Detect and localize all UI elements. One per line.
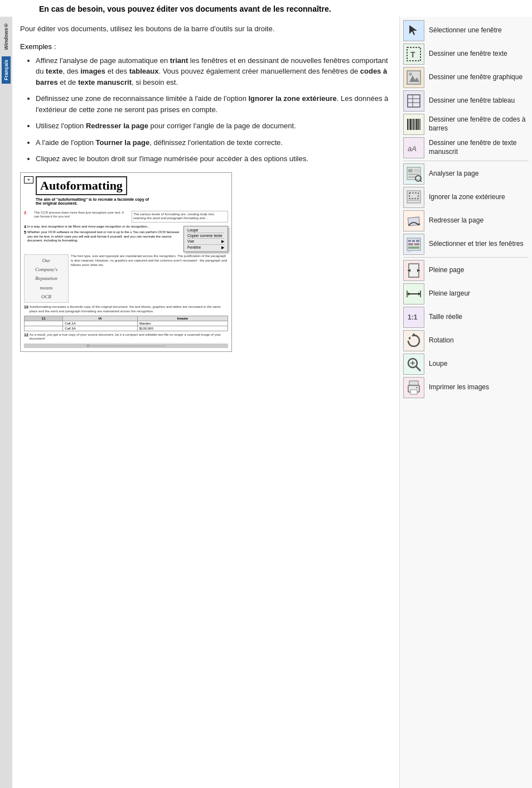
svg-text:1:1: 1:1 xyxy=(408,313,418,321)
svg-line-53 xyxy=(416,366,420,371)
barcode-label: Dessiner une fenêtre de codes à barres xyxy=(429,115,529,133)
menu-item-vue[interactable]: Vue▶ xyxy=(187,239,224,245)
svg-rect-36 xyxy=(414,243,419,245)
toolbar-item-actual-size: 1:1 Taille réelle xyxy=(403,306,529,329)
doc-table: 11 IA Inmate Cell 2A Warden Cell 3A xyxy=(24,316,228,331)
doc-preview: ✦ Autoformatting The aim of "autoformatt… xyxy=(20,172,232,352)
ignore-label: Ignorer la zone extérieure xyxy=(429,193,505,202)
header-bar: En cas de besoin, vous pouvez éditer vos… xyxy=(0,0,532,17)
toolbar-item-draw-graphic: Dessiner une fenêtre graphique xyxy=(403,66,529,89)
intro-text: Pour éditer vos documents, utilisez les … xyxy=(20,23,394,35)
list-item: Utilisez l'option Redresser la page pour… xyxy=(36,120,394,132)
analyze-label: Analyser la page xyxy=(429,170,478,178)
toolbar-item-rotation: Rotation xyxy=(403,329,529,352)
examples-label: Exemples : xyxy=(20,42,394,51)
menu-item-copy[interactable]: Copier comme texte xyxy=(187,233,224,239)
draw-table-icon[interactable] xyxy=(403,90,424,112)
toolbar-item-draw-table: Dessiner une fenêtre tableau xyxy=(403,89,529,113)
toolbar-item-print: Imprimer les images xyxy=(403,376,529,399)
toolbar-item-draw-text: T Dessiner une fenêtre texte xyxy=(403,42,529,66)
analyze-icon[interactable] xyxy=(403,163,424,185)
svg-rect-20 xyxy=(408,169,413,172)
svg-rect-58 xyxy=(410,390,417,394)
svg-rect-12 xyxy=(412,119,413,130)
menu-item-fenetre[interactable]: Fenêtre▶ xyxy=(187,245,224,250)
handwriting-icon[interactable]: aA xyxy=(403,137,424,158)
left-tabs: Windows® Français xyxy=(0,17,12,788)
actual-size-icon[interactable]: 1:1 xyxy=(403,307,424,328)
draw-text-label: Dessiner une fenêtre texte xyxy=(429,50,507,59)
loupe-label: Loupe xyxy=(429,360,447,369)
svg-text:aA: aA xyxy=(408,144,417,153)
svg-rect-33 xyxy=(412,240,415,242)
draw-table-label: Dessiner une fenêtre tableau xyxy=(429,96,515,105)
doc-preview-subtitle: The aim of "autoformatting" is to recrea… xyxy=(36,197,149,205)
full-page-label: Pleine page xyxy=(429,266,464,275)
page-wrapper: En cas de besoin, vous pouvez éditer vos… xyxy=(0,0,532,788)
rotation-label: Rotation xyxy=(429,336,454,345)
deskew-icon[interactable] xyxy=(403,210,424,231)
svg-rect-14 xyxy=(415,119,415,130)
svg-text:↔↕: ↔↕ xyxy=(407,250,412,252)
svg-rect-35 xyxy=(408,243,413,245)
page-title: En cas de besoin, vous pouvez éditer vos… xyxy=(39,4,525,13)
right-toolbar: Sélectionner une fenêtre T Dessiner une … xyxy=(399,17,532,788)
svg-rect-37 xyxy=(408,246,419,249)
francais-tab-label[interactable]: Français xyxy=(2,56,11,84)
company-image: OurCompany'sReputationmeansOCR xyxy=(24,254,69,303)
svg-text:T: T xyxy=(410,50,415,59)
doc-right-text: The font type, size and typestyle are ma… xyxy=(71,254,228,303)
toolbar-item-select: Sélectionner une fenêtre xyxy=(403,19,529,42)
svg-rect-32 xyxy=(408,240,411,242)
toolbar-item-sort: ↔↕ Sélectionner et trier les fenêtres xyxy=(403,233,529,256)
bullet-list: Affinez l'analyse de page automatique en… xyxy=(20,55,394,165)
list-item: A l'aide de l'option Tourner la page, dé… xyxy=(36,137,394,148)
svg-rect-17 xyxy=(420,119,420,130)
svg-rect-5 xyxy=(408,95,420,107)
body-row: Windows® Français Pour éditer vos docume… xyxy=(0,17,532,788)
print-label: Imprimer les images xyxy=(429,383,489,392)
barcode-icon[interactable] xyxy=(403,114,424,135)
list-item: Affinez l'analyse de page automatique en… xyxy=(36,55,394,88)
list-item: Définissez une zone de reconnaissance li… xyxy=(36,93,394,115)
sort-icon[interactable]: ↔↕ xyxy=(403,234,424,255)
select-window-icon[interactable] xyxy=(403,20,424,41)
svg-rect-10 xyxy=(409,119,409,130)
toolbar-item-loupe: Loupe xyxy=(403,352,529,376)
svg-rect-22 xyxy=(408,173,419,175)
handwriting-label: Dessiner une fenêtre de texte manuscrit xyxy=(429,139,529,156)
svg-rect-23 xyxy=(408,176,416,178)
doc-footer: 13 ─────────────────────────────────────… xyxy=(24,344,228,348)
toolbar-item-deskew: Redresser la page xyxy=(403,209,529,233)
windows-tab-label[interactable]: Windows® xyxy=(2,19,10,53)
svg-rect-56 xyxy=(409,381,418,385)
toolbar-separator-2 xyxy=(403,257,529,258)
windows-label: Windows xyxy=(3,28,9,50)
ignore-icon[interactable] xyxy=(403,187,424,208)
main-content: Pour éditer vos documents, utilisez les … xyxy=(12,17,399,788)
draw-text-icon[interactable]: T xyxy=(403,43,424,65)
toolbar-separator-1 xyxy=(403,161,529,161)
svg-rect-34 xyxy=(416,240,419,242)
full-page-icon[interactable] xyxy=(403,260,424,281)
draw-graphic-icon[interactable] xyxy=(403,67,424,88)
loupe-icon[interactable] xyxy=(403,354,424,375)
print-icon[interactable] xyxy=(403,377,424,398)
deskew-label: Redresser la page xyxy=(429,216,483,225)
svg-rect-16 xyxy=(418,119,419,130)
toolbar-item-analyze: Analyser la page xyxy=(403,162,529,186)
svg-rect-11 xyxy=(410,119,412,130)
windows-dot: ® xyxy=(3,22,9,28)
svg-rect-59 xyxy=(416,387,418,388)
svg-line-25 xyxy=(420,180,422,182)
menu-item-loupe[interactable]: Loupe xyxy=(187,228,224,233)
rotation-icon[interactable] xyxy=(403,330,424,351)
toolbar-item-ignore: Ignorer la zone extérieure xyxy=(403,186,529,209)
svg-rect-21 xyxy=(414,169,419,172)
svg-rect-15 xyxy=(416,119,418,130)
list-item: Cliquez avec le bouton droit sur l'image… xyxy=(36,153,394,165)
full-width-icon[interactable] xyxy=(403,283,424,304)
doc-preview-title: Autoformatting xyxy=(36,176,127,195)
select-window-label: Sélectionner une fenêtre xyxy=(429,26,502,35)
actual-size-label: Taille réelle xyxy=(429,313,462,322)
